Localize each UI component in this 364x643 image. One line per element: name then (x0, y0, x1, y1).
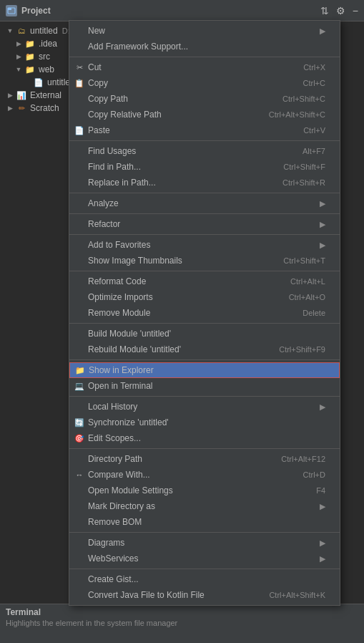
menu-item-show-in-explorer[interactable]: 📁Show in Explorer (69, 362, 340, 378)
menu-shortcut-copy-path: Ctrl+Shift+C (282, 95, 325, 103)
separator-separator1 (69, 57, 340, 57)
tree-arrow-scratch: ▶ (6, 104, 14, 112)
tree-label-scratch: Scratch (30, 103, 59, 113)
menu-shortcut-copy-relative-path: Ctrl+Alt+Shift+C (269, 110, 325, 119)
menu-item-directory-path[interactable]: Directory PathCtrl+Alt+F12 (69, 451, 340, 467)
menu-item-reformat-code[interactable]: Reformat CodeCtrl+Alt+L (69, 274, 340, 289)
menu-shortcut-rebuild-module: Ctrl+Shift+F9 (279, 345, 325, 354)
menu-item-new[interactable]: New▶ (69, 23, 340, 39)
separator-separator7 (69, 323, 340, 324)
menu-shortcut-show-image-thumbnails: Ctrl+Shift+T (283, 256, 325, 265)
menu-label-diagrams: Diagrams (88, 538, 317, 548)
menu-item-rebuild-module[interactable]: Rebuild Module 'untitled'Ctrl+Shift+F9 (69, 342, 340, 357)
menu-item-local-history[interactable]: Local History▶ (69, 399, 340, 415)
menu-item-open-in-terminal[interactable]: 💻Open in Terminal (69, 378, 340, 394)
terminal-title: Terminal (6, 607, 358, 617)
menu-icon-copy: 📋 (74, 77, 85, 89)
scratch-icon: ✏ (16, 103, 27, 113)
menu-label-open-module-settings: Open Module Settings (88, 485, 302, 495)
separator-separator11 (69, 532, 340, 533)
menu-item-remove-bom[interactable]: Remove BOM (69, 514, 340, 530)
menu-item-analyze[interactable]: Analyze▶ (69, 195, 340, 211)
menu-label-convert-java: Convert Java File to Kotlin File (88, 590, 255, 600)
separator-separator3 (69, 193, 340, 193)
menu-arrow-local-history: ▶ (320, 402, 325, 412)
menu-label-cut: Cut (88, 62, 289, 72)
menu-item-create-gist[interactable]: Create Gist... (69, 571, 340, 587)
menu-shortcut-optimize-imports: Ctrl+Alt+O (289, 293, 325, 301)
menu-item-convert-java[interactable]: Convert Java File to Kotlin FileCtrl+Alt… (69, 587, 340, 603)
menu-icon-compare-with: ↔ (74, 469, 85, 480)
menu-shortcut-copy: Ctrl+C (303, 79, 325, 87)
menu-shortcut-convert-java: Ctrl+Alt+Shift+K (269, 591, 325, 599)
menu-item-build-module[interactable]: Build Module 'untitled' (69, 326, 340, 342)
menu-item-open-module-settings[interactable]: Open Module SettingsF4 (69, 483, 340, 498)
tree-label-untitled: untitled (30, 26, 58, 36)
menu-label-show-in-explorer: Show in Explorer (89, 365, 325, 375)
menu-icon-cut: ✂ (74, 62, 85, 73)
tree-label-idea: .idea (39, 39, 57, 49)
menu-icon-paste: 📄 (74, 125, 85, 136)
menu-item-show-image-thumbnails[interactable]: Show Image ThumbnailsCtrl+Shift+T (69, 253, 340, 269)
external-icon: 📊 (16, 90, 27, 100)
menu-item-copy-relative-path[interactable]: Copy Relative PathCtrl+Alt+Shift+C (69, 107, 340, 122)
separator-separator5 (69, 234, 340, 235)
settings-button[interactable]: ⚙ (336, 5, 345, 16)
menu-label-reformat-code: Reformat Code (88, 276, 276, 286)
menu-item-add-favorites[interactable]: Add to Favorites▶ (69, 237, 340, 253)
menu-label-find-usages: Find Usages (88, 146, 288, 156)
menu-item-optimize-imports[interactable]: Optimize ImportsCtrl+Alt+O (69, 289, 340, 305)
menu-item-find-usages[interactable]: Find UsagesAlt+F7 (69, 143, 340, 159)
menu-label-local-history: Local History (88, 402, 317, 412)
separator-separator10 (69, 448, 340, 449)
menu-label-rebuild-module: Rebuild Module 'untitled' (88, 344, 265, 354)
menu-shortcut-find-usages: Alt+F7 (302, 147, 325, 155)
menu-item-synchronize[interactable]: 🔄Synchronize 'untitled' (69, 415, 340, 430)
tree-arrow-web-file (23, 78, 31, 87)
menu-item-paste[interactable]: 📄PasteCtrl+V (69, 122, 340, 138)
menu-icon-show-in-explorer: 📁 (74, 364, 86, 376)
menu-icon-synchronize: 🔄 (74, 417, 85, 428)
tree-arrow-src: ▶ (14, 52, 23, 61)
file-icon-web-untitled: 📄 (33, 77, 44, 87)
layout-button[interactable]: ⇅ (320, 5, 329, 16)
svg-rect-1 (8, 8, 11, 10)
top-bar: Project ⇅ ⚙ − (0, 0, 364, 21)
menu-label-new: New (88, 26, 317, 36)
menu-item-mark-directory-as[interactable]: Mark Directory as▶ (69, 498, 340, 514)
menu-label-mark-directory-as: Mark Directory as (88, 501, 317, 511)
menu-label-optimize-imports: Optimize Imports (88, 292, 275, 302)
bottom-bar: Terminal Highlights the element in the s… (0, 604, 364, 643)
menu-item-find-in-path[interactable]: Find in Path...Ctrl+Shift+F (69, 159, 340, 175)
menu-item-compare-with[interactable]: ↔Compare With...Ctrl+D (69, 467, 340, 483)
menu-item-webservices[interactable]: WebServices▶ (69, 551, 340, 566)
menu-item-add-framework[interactable]: Add Framework Support... (69, 39, 340, 54)
menu-item-remove-module[interactable]: Remove ModuleDelete (69, 305, 340, 321)
tree-arrow-web: ▼ (14, 65, 23, 74)
menu-item-refactor[interactable]: Refactor▶ (69, 216, 340, 232)
menu-label-open-in-terminal: Open in Terminal (88, 381, 325, 391)
menu-item-cut[interactable]: ✂CutCtrl+X (69, 59, 340, 75)
menu-label-compare-with: Compare With... (88, 470, 289, 480)
menu-arrow-refactor: ▶ (320, 220, 325, 229)
menu-label-replace-in-path: Replace in Path... (88, 178, 268, 188)
menu-item-copy-path[interactable]: Copy PathCtrl+Shift+C (69, 91, 340, 107)
menu-label-copy: Copy (88, 78, 289, 88)
minimize-button[interactable]: − (353, 5, 358, 16)
menu-label-refactor: Refactor (88, 219, 317, 229)
menu-label-create-gist: Create Gist... (88, 574, 325, 584)
menu-item-diagrams[interactable]: Diagrams▶ (69, 535, 340, 551)
tree-label-src: src (39, 52, 50, 62)
separator-separator12 (69, 569, 340, 569)
menu-item-edit-scopes[interactable]: 🎯Edit Scopes... (69, 430, 340, 446)
menu-label-remove-module: Remove Module (88, 308, 288, 318)
terminal-hint: Highlights the element in the system fil… (6, 619, 358, 627)
menu-label-synchronize: Synchronize 'untitled' (88, 417, 325, 427)
menu-label-copy-relative-path: Copy Relative Path (88, 110, 255, 120)
menu-label-add-favorites: Add to Favorites (88, 240, 317, 250)
menu-item-copy[interactable]: 📋CopyCtrl+C (69, 75, 340, 91)
folder-icon-untitled: 🗂 (16, 26, 27, 36)
menu-shortcut-compare-with: Ctrl+D (303, 470, 325, 479)
tree-label-web: web (39, 64, 54, 74)
menu-item-replace-in-path[interactable]: Replace in Path...Ctrl+Shift+R (69, 175, 340, 190)
